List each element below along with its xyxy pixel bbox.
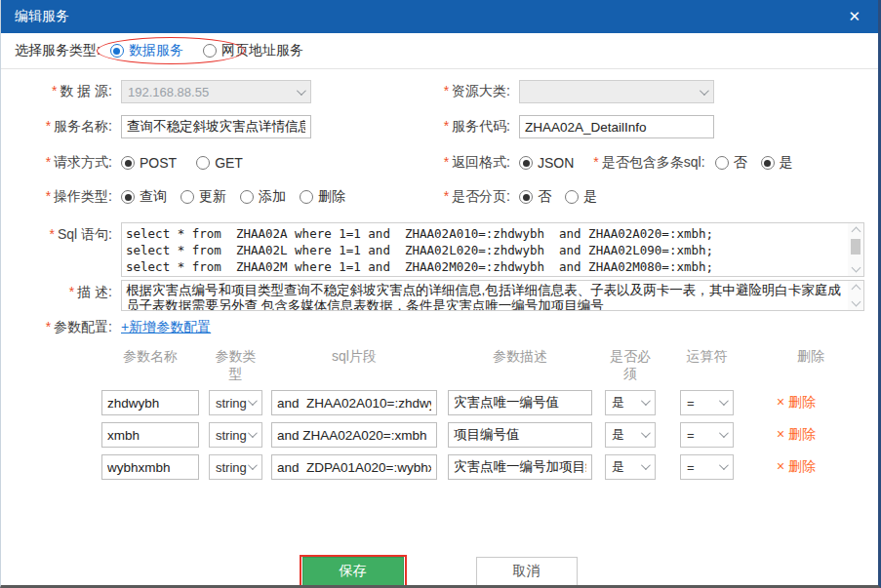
param-operator-select[interactable]: = (680, 422, 734, 448)
required-asterisk: * (52, 83, 57, 98)
data-source-select[interactable]: 192.168.88.55 (121, 80, 311, 103)
radio-data-service[interactable]: 数据服务 (110, 42, 183, 59)
param-delete-link[interactable]: × 删除 (777, 394, 816, 410)
scrollbar-thumb[interactable] (851, 239, 861, 255)
param-delete-link[interactable]: × 删除 (777, 458, 816, 474)
request-method-label: 请求方式: (54, 154, 112, 170)
param-required-select[interactable]: 是 (605, 454, 656, 480)
param-name-input[interactable] (101, 454, 199, 480)
dialog-titlebar: 编辑服务 ✕ (1, 0, 878, 33)
footer-buttons: 保存 取消 (15, 557, 864, 586)
close-icon[interactable]: ✕ (844, 6, 864, 27)
param-row: string 是 = × 删除 (101, 454, 864, 480)
sql-scrollbar[interactable] (848, 223, 863, 276)
col-header-sql-fragment: sql片段 (271, 348, 437, 383)
operation-type-label: 操作类型: (54, 188, 112, 204)
return-format-label: 返回格式: (452, 154, 510, 170)
radio-paging-no[interactable]: 否 (519, 188, 551, 206)
required-asterisk: * (50, 226, 55, 242)
save-button[interactable]: 保存 (302, 557, 404, 586)
radio-selected-icon (110, 44, 124, 58)
required-asterisk: * (46, 154, 51, 170)
description-text: 根据灾害点编号和项目类型查询不稳定斜坡灾害点的详细信息,包括详细信息表、子表以及… (126, 283, 846, 310)
param-sql-input[interactable] (271, 390, 437, 415)
required-asterisk: * (46, 319, 51, 334)
sql-textarea[interactable]: select * from ZHAA02A where 1=1 and ZHAA… (121, 222, 864, 277)
radio-web-url-service[interactable]: 网页地址服务 (203, 42, 303, 59)
scroll-up-icon[interactable] (851, 227, 861, 237)
radio-multisql-yes[interactable]: 是 (761, 154, 793, 172)
param-type-select[interactable]: string (209, 422, 262, 448)
param-required-select[interactable]: 是 (605, 422, 656, 448)
scroll-down-icon[interactable] (851, 263, 861, 273)
chevron-down-icon (641, 460, 651, 470)
edit-service-dialog: 编辑服务 ✕ 选择服务类型: 数据服务 网页地址服务 *数 据 源: 192.1… (0, 0, 881, 588)
param-table: 参数名称 参数类型 sql片段 参数描述 是否必须 运算符 删除 string … (101, 348, 864, 480)
param-name-input[interactable] (101, 422, 199, 448)
param-sql-input[interactable] (271, 454, 437, 480)
col-header-operator: 运算符 (680, 348, 734, 383)
col-header-param-name: 参数名称 (101, 348, 199, 383)
param-sql-input[interactable] (271, 422, 437, 448)
param-desc-input[interactable] (448, 454, 592, 480)
radio-op-delete[interactable]: 删除 (300, 188, 345, 206)
param-operator-select[interactable]: = (680, 454, 734, 480)
form-area: *数 据 源: 192.168.88.55 *资源大类: *服务名称: (1, 80, 878, 586)
param-desc-input[interactable] (448, 390, 592, 415)
radio-op-update[interactable]: 更新 (180, 188, 226, 206)
scroll-down-icon[interactable] (851, 297, 861, 307)
col-header-required: 是否必须 (605, 348, 656, 383)
param-type-select[interactable]: string (209, 390, 262, 415)
required-asterisk: * (69, 284, 74, 299)
data-source-label: 数 据 源: (60, 83, 112, 98)
required-asterisk: * (444, 118, 449, 134)
required-asterisk: * (444, 154, 449, 170)
scroll-up-icon[interactable] (851, 285, 861, 294)
param-desc-input[interactable] (448, 422, 592, 448)
radio-json[interactable]: JSON (519, 155, 574, 171)
chevron-down-icon (297, 86, 306, 96)
param-config-label: 参数配置: (54, 319, 112, 334)
sql-label: Sql 语句: (58, 226, 112, 242)
chevron-down-icon (641, 428, 651, 438)
chevron-down-icon (248, 460, 258, 470)
required-asterisk: * (444, 188, 449, 204)
radio-op-query[interactable]: 查询 (121, 188, 167, 206)
col-header-delete: 删除 (777, 348, 845, 383)
service-code-input[interactable] (519, 115, 714, 138)
service-name-label: 服务名称: (54, 118, 112, 134)
radio-paging-yes[interactable]: 是 (565, 188, 597, 206)
radio-selected-icon (519, 156, 533, 170)
param-operator-select[interactable]: = (680, 390, 734, 415)
radio-unselected-icon (240, 190, 254, 204)
multi-sql-label: 是否包含多条sql: (602, 154, 705, 170)
resource-category-label: 资源大类: (452, 83, 510, 98)
resource-category-select[interactable] (519, 80, 714, 103)
param-required-select[interactable]: 是 (605, 390, 656, 415)
param-row: string 是 = × 删除 (101, 390, 864, 415)
required-asterisk: * (46, 118, 51, 134)
description-textarea[interactable]: 根据灾害点编号和项目类型查询不稳定斜坡灾害点的详细信息,包括详细信息表、子表以及… (121, 280, 864, 311)
cancel-button[interactable]: 取消 (476, 557, 578, 586)
radio-unselected-icon (715, 156, 729, 170)
required-asterisk: * (593, 154, 598, 170)
param-row: string 是 = × 删除 (101, 422, 864, 448)
description-label: 描 述: (77, 284, 112, 299)
description-scrollbar[interactable] (848, 281, 863, 310)
chevron-down-icon (248, 396, 258, 406)
radio-selected-icon (519, 190, 533, 204)
param-name-input[interactable] (101, 390, 199, 415)
param-type-select[interactable]: string (209, 454, 262, 480)
radio-post[interactable]: POST (121, 155, 177, 171)
col-header-param-type: 参数类型 (209, 348, 262, 383)
required-asterisk: * (46, 188, 51, 204)
radio-op-add[interactable]: 添加 (240, 188, 286, 206)
radio-get[interactable]: GET (196, 155, 243, 171)
radio-multisql-no[interactable]: 否 (715, 154, 747, 172)
service-name-input[interactable] (121, 115, 311, 138)
add-param-link[interactable]: +新增参数配置 (121, 319, 211, 336)
radio-selected-icon (121, 156, 135, 170)
radio-unselected-icon (565, 190, 579, 204)
service-type-row: 选择服务类型: 数据服务 网页地址服务 (1, 33, 878, 69)
param-delete-link[interactable]: × 删除 (777, 426, 816, 442)
